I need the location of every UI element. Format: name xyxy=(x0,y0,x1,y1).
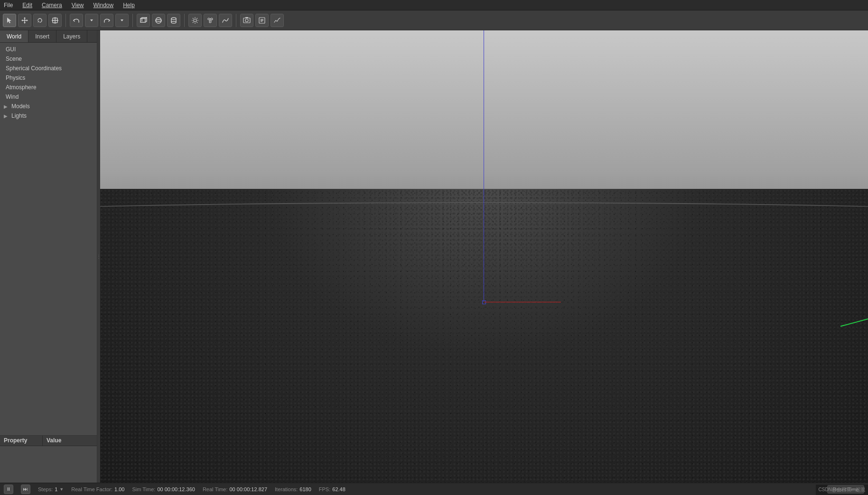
path-btn[interactable] xyxy=(219,14,232,27)
tab-layers[interactable]: Layers xyxy=(56,30,87,42)
tree-item-label: Atmosphere xyxy=(6,84,37,91)
svg-point-38 xyxy=(245,19,248,22)
tree-items: GUI Scene Spherical Coordinates Physics … xyxy=(0,43,97,435)
svg-rect-39 xyxy=(245,17,248,18)
tree-item-lights[interactable]: ▶ Lights xyxy=(0,111,97,121)
tool-scale[interactable] xyxy=(48,14,62,27)
particle-btn[interactable] xyxy=(204,14,217,27)
menu-help[interactable]: Help xyxy=(121,1,137,9)
viewport-ground xyxy=(100,189,868,483)
svg-point-33 xyxy=(209,21,211,23)
panel-tabs: World Insert Layers xyxy=(0,30,97,43)
tree-item-label: Scene xyxy=(6,56,22,62)
tool-translate[interactable] xyxy=(18,14,31,27)
undo-dropdown[interactable] xyxy=(85,14,98,27)
menu-camera[interactable]: Camera xyxy=(40,1,64,9)
tree-item-models[interactable]: ▶ Models xyxy=(0,102,97,111)
tree-item-spherical-coordinates[interactable]: Spherical Coordinates xyxy=(0,64,97,73)
shape-sphere[interactable] xyxy=(152,14,165,27)
iterations-item: Iterations: 6180 xyxy=(275,486,311,492)
menu-file[interactable]: File xyxy=(2,1,15,9)
tree-item-label: Lights xyxy=(11,112,27,119)
svg-line-29 xyxy=(197,18,198,19)
menubar: File Edit Camera View Window Help xyxy=(0,0,868,10)
rtf-value: 1.00 xyxy=(114,486,124,492)
fps-item: FPS: 62.48 xyxy=(319,486,345,492)
tree-item-label: GUI xyxy=(6,46,16,53)
log-btn[interactable] xyxy=(255,14,269,27)
tree-item-physics[interactable]: Physics xyxy=(0,73,97,83)
tree-item-label: Spherical Coordinates xyxy=(6,65,62,72)
fps-label: FPS: xyxy=(319,486,330,492)
tree-item-label: Models xyxy=(11,103,30,110)
simtime-item: Sim Time: 00 00:00:12.360 xyxy=(132,486,195,492)
step-button[interactable]: ⏭ xyxy=(21,485,30,494)
tree-item-label: Wind xyxy=(6,93,19,100)
svg-line-27 xyxy=(193,18,194,19)
svg-marker-10 xyxy=(90,19,93,21)
screenshot-btn[interactable] xyxy=(240,14,253,27)
svg-marker-3 xyxy=(24,22,26,24)
undo-btn[interactable] xyxy=(70,14,83,27)
main-layout: World Insert Layers GUI Scene Spherical … xyxy=(0,30,868,483)
tab-insert[interactable]: Insert xyxy=(28,30,56,42)
svg-rect-12 xyxy=(140,19,145,22)
separator-3 xyxy=(184,14,185,27)
realtime-item: Real Time: 00 00:00:12.827 xyxy=(203,486,267,492)
menu-edit[interactable]: Edit xyxy=(20,1,34,9)
svg-point-32 xyxy=(211,18,213,20)
svg-point-19 xyxy=(171,21,176,23)
steps-label: Steps: xyxy=(38,486,53,492)
svg-marker-6 xyxy=(37,21,39,22)
svg-point-22 xyxy=(194,19,196,22)
viewport[interactable] xyxy=(100,30,868,483)
tree-arrow-lights: ▶ xyxy=(4,113,9,119)
statusbar: ⏸ ⏭ Steps: 1 ▼ Real Time Factor: 1.00 Si… xyxy=(0,483,868,495)
tree-item-atmosphere[interactable]: Atmosphere xyxy=(0,83,97,92)
viewport-horizon xyxy=(100,202,868,231)
shape-box[interactable] xyxy=(137,14,150,27)
steps-value: 1 xyxy=(55,486,57,492)
svg-marker-11 xyxy=(121,19,123,21)
svg-line-30 xyxy=(193,22,194,23)
separator-4 xyxy=(236,14,236,27)
fps-value: 62.48 xyxy=(332,486,345,492)
tree-arrow-models: ▶ xyxy=(4,104,9,109)
watermark: CSDN@全日制一起混 xyxy=(816,485,868,495)
svg-point-17 xyxy=(156,19,161,21)
svg-point-18 xyxy=(171,18,176,19)
rtf-label: Real Time Factor: xyxy=(71,486,112,492)
svg-line-28 xyxy=(197,22,198,23)
svg-point-16 xyxy=(156,18,161,23)
tab-world[interactable]: World xyxy=(0,30,28,42)
separator-1 xyxy=(65,14,66,27)
menu-view[interactable]: View xyxy=(70,1,86,9)
svg-line-35 xyxy=(209,20,210,21)
menu-window[interactable]: Window xyxy=(92,1,116,9)
separator-2 xyxy=(132,14,133,27)
realtime-value: 00 00:00:12.827 xyxy=(229,486,267,492)
chart-btn[interactable] xyxy=(271,14,284,27)
svg-marker-4 xyxy=(21,19,23,21)
realtime-label: Real Time: xyxy=(203,486,228,492)
tool-select[interactable] xyxy=(3,14,16,27)
property-header: Property Value xyxy=(0,436,97,446)
redo-btn[interactable] xyxy=(100,14,113,27)
light-btn[interactable] xyxy=(188,14,202,27)
redo-dropdown[interactable] xyxy=(115,14,129,27)
svg-point-31 xyxy=(208,18,210,20)
shape-cylinder[interactable] xyxy=(167,14,180,27)
svg-marker-5 xyxy=(27,19,28,21)
tree-item-scene[interactable]: Scene xyxy=(0,54,97,64)
tree-item-wind[interactable]: Wind xyxy=(0,92,97,102)
steps-item: Steps: 1 ▼ xyxy=(38,486,64,492)
origin-marker xyxy=(482,300,486,304)
steps-dropdown[interactable]: ▼ xyxy=(59,487,64,492)
axis-vertical xyxy=(484,30,484,302)
tool-rotate[interactable] xyxy=(33,14,47,27)
pause-button[interactable]: ⏸ xyxy=(4,485,13,494)
property-panel: Property Value xyxy=(0,435,97,483)
tree-item-gui[interactable]: GUI xyxy=(0,45,97,54)
simtime-value: 00 00:00:12.360 xyxy=(157,486,195,492)
property-col-header: Property xyxy=(0,436,43,446)
